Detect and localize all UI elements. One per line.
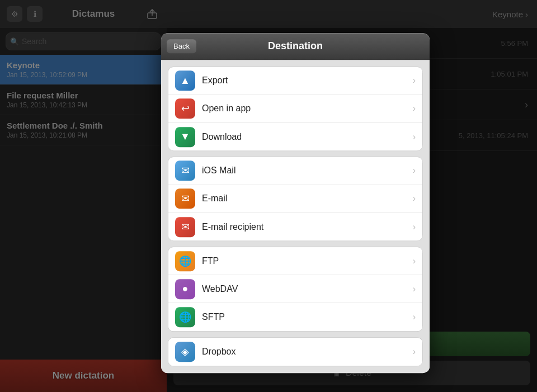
menu-group-2: 🌐 FTP › ● WebDAV › 🌐 SFTP › <box>168 247 423 331</box>
menu-item-webdav[interactable]: ● WebDAV › <box>168 275 422 303</box>
back-button[interactable]: Back <box>167 39 196 53</box>
open-in-app-icon: ↩ <box>175 98 195 119</box>
menu-group-1: ✉ iOS Mail › ✉ E-mail › ✉ E-mail recipie… <box>168 157 423 241</box>
download-chevron: › <box>413 132 416 142</box>
modal-body: ▲ Export › ↩ Open in app › ▼ Download › … <box>161 60 430 373</box>
sftp-label: SFTP <box>202 312 413 322</box>
email-recipient-icon: ✉ <box>175 217 195 237</box>
sftp-icon: 🌐 <box>175 307 195 327</box>
export-icon: ▲ <box>175 70 195 91</box>
menu-item-sftp[interactable]: 🌐 SFTP › <box>168 303 422 331</box>
ftp-chevron: › <box>413 256 416 266</box>
ios-mail-label: iOS Mail <box>202 166 413 176</box>
menu-item-ios-mail[interactable]: ✉ iOS Mail › <box>168 157 422 185</box>
dropbox-icon: ◈ <box>175 342 195 362</box>
ios-mail-icon: ✉ <box>175 161 195 181</box>
menu-item-ftp[interactable]: 🌐 FTP › <box>168 247 422 275</box>
download-label: Download <box>202 132 413 142</box>
download-icon: ▼ <box>175 127 195 147</box>
sftp-chevron: › <box>413 312 416 322</box>
ftp-label: FTP <box>202 256 413 266</box>
open-in-app-label: Open in app <box>202 103 413 114</box>
menu-item-email[interactable]: ✉ E-mail › <box>168 185 422 213</box>
dropbox-chevron: › <box>413 347 416 357</box>
webdav-icon: ● <box>175 279 195 299</box>
menu-item-download[interactable]: ▼ Download › <box>168 123 422 151</box>
webdav-chevron: › <box>413 284 416 294</box>
export-label: Export <box>202 75 413 86</box>
menu-item-email-recipient[interactable]: ✉ E-mail recipient › <box>168 213 422 241</box>
menu-item-dropbox[interactable]: ◈ Dropbox › <box>168 338 422 366</box>
modal-header: Back Destination <box>161 33 430 60</box>
menu-group-0: ▲ Export › ↩ Open in app › ▼ Download › <box>168 67 423 151</box>
menu-item-open-in-app[interactable]: ↩ Open in app › <box>168 95 422 123</box>
ios-mail-chevron: › <box>413 166 416 176</box>
email-recipient-label: E-mail recipient <box>202 222 413 232</box>
open-in-app-chevron: › <box>413 103 416 114</box>
modal-title: Destination <box>268 40 323 52</box>
webdav-label: WebDAV <box>202 284 413 294</box>
ftp-icon: 🌐 <box>175 251 195 271</box>
email-label: E-mail <box>202 194 413 204</box>
email-icon: ✉ <box>175 189 195 209</box>
export-chevron: › <box>413 75 416 86</box>
menu-item-export[interactable]: ▲ Export › <box>168 67 422 95</box>
email-chevron: › <box>413 194 416 204</box>
email-recipient-chevron: › <box>413 222 416 232</box>
menu-group-3: ◈ Dropbox › <box>168 337 423 366</box>
dropbox-label: Dropbox <box>202 347 413 357</box>
destination-modal: Back Destination ▲ Export › ↩ Open in ap… <box>161 33 430 373</box>
